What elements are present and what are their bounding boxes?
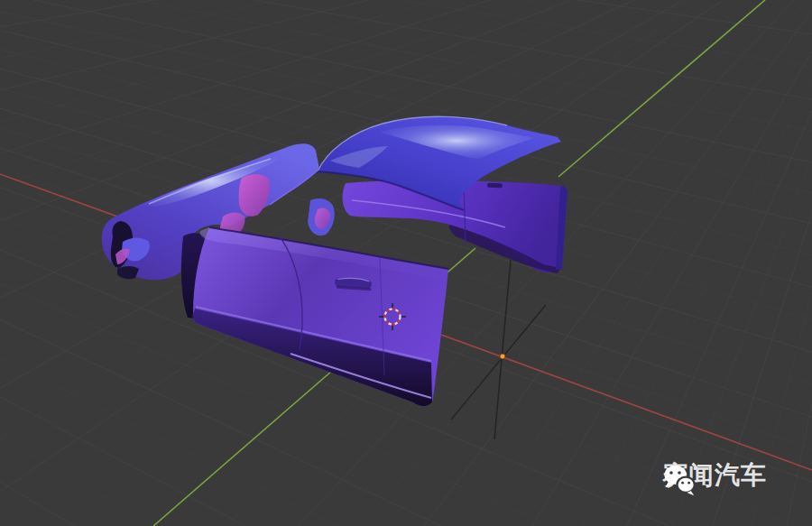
- side-door-panel[interactable]: [193, 227, 448, 406]
- viewport-canvas[interactable]: [0, 0, 812, 526]
- cowl-magenta-fragment: [239, 174, 270, 217]
- empty-axes-lines: [451, 260, 546, 439]
- object-origin-dot[interactable]: [500, 354, 505, 359]
- watermark: 赛闻汽车: [662, 463, 767, 488]
- bumper-lower-vent: [117, 266, 139, 279]
- blender-3d-viewport[interactable]: 赛闻汽车: [0, 0, 812, 526]
- wechat-icon: [662, 463, 697, 499]
- quarter-door-handle: [487, 183, 503, 189]
